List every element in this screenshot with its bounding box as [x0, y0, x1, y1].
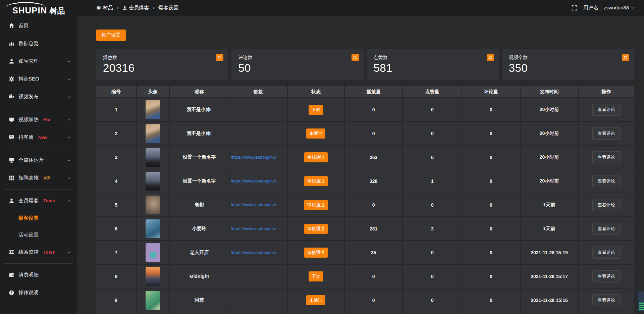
- cell-publish-time: [521, 312, 578, 314]
- avatar[interactable]: [146, 172, 160, 191]
- cell-action: 查看评论: [579, 289, 634, 312]
- avatar[interactable]: [146, 124, 160, 143]
- cell-link: https://www.iesdouyin.c: [229, 169, 287, 193]
- sidebar-item-label: 账号管理: [18, 58, 39, 64]
- fullscreen-icon[interactable]: [572, 5, 577, 11]
- view-comments-button[interactable]: 查看评论: [592, 104, 621, 116]
- avatar[interactable]: [146, 219, 160, 238]
- cell-comments: 0: [462, 169, 520, 193]
- breadcrumb-label: 会员爆客: [129, 5, 149, 11]
- status-badge[interactable]: 下架: [309, 271, 323, 281]
- sidebar-item-video-heat[interactable]: 视频加热Hot: [0, 111, 77, 128]
- cell-status: 未通过: [288, 289, 344, 312]
- stat-card-label: 评论数: [238, 55, 357, 61]
- table-row: 7老人开店https://www.iesdouyin.c审核通过35002021…: [96, 241, 634, 264]
- status-badge[interactable]: 审核通过: [304, 224, 328, 234]
- chevron-down-icon: [67, 136, 71, 140]
- cell-link: https://www.iesdouyin.c: [229, 146, 287, 169]
- nav-divider: [4, 108, 73, 108]
- cell-plays: 263: [345, 146, 402, 169]
- sidebar-subitem-baoke-settings[interactable]: 爆客设置: [0, 210, 77, 226]
- promotion-settings-button[interactable]: 推广设置: [96, 30, 126, 41]
- screen-icon: [9, 117, 14, 122]
- view-comments-button[interactable]: 查看评论: [592, 270, 621, 282]
- table-row: 8Midnight下架0002021-11-28 15:17查看评论: [96, 265, 634, 288]
- cell-nickname: [170, 312, 229, 314]
- stat-card-value: 50: [238, 62, 357, 74]
- status-badge[interactable]: 审核通过: [304, 200, 328, 210]
- view-comments-button[interactable]: 查看评论: [592, 175, 621, 187]
- sidebar-item-clue-monitor[interactable]: 线索监控Tools: [0, 243, 77, 261]
- cell-avatar: [137, 217, 169, 240]
- cell-likes: 0: [403, 265, 462, 288]
- floating-widget[interactable]: [637, 291, 644, 312]
- avatar[interactable]: [146, 196, 160, 214]
- stat-card: 评论数50总: [231, 49, 363, 80]
- stat-card-label: 播放数: [103, 55, 221, 61]
- view-comments-button[interactable]: 查看评论: [592, 223, 621, 235]
- sidebar-item-label: 操作说明: [18, 290, 39, 296]
- video-link[interactable]: https://www.iesdouyin.c: [231, 250, 276, 255]
- stat-card-value: 350: [509, 62, 627, 74]
- avatar[interactable]: [146, 148, 160, 167]
- video-link[interactable]: https://www.iesdouyin.c: [231, 178, 276, 184]
- avatar[interactable]: [146, 291, 160, 310]
- cell-status: 审核通过: [288, 241, 344, 264]
- sidebar-item-member-baoke[interactable]: 会员爆客Tools: [0, 192, 77, 210]
- sidebar-item-operation-guide[interactable]: ?操作说明: [0, 284, 77, 302]
- breadcrumb-item-shupin[interactable]: 树品: [96, 5, 113, 11]
- view-comments-button[interactable]: 查看评论: [592, 247, 621, 259]
- sidebar-item-doukotong[interactable]: 抖客通New: [0, 128, 77, 146]
- status-badge[interactable]: 审核通过: [304, 248, 328, 258]
- table-row: 5老彬https://www.iesdouyin.c审核通过0001天前查看评论: [96, 193, 634, 216]
- sidebar-item-label: 数据总览: [18, 40, 39, 47]
- video-link[interactable]: https://www.iesdouyin.c: [231, 155, 276, 160]
- video-link[interactable]: https://www.iesdouyin.c: [231, 202, 276, 207]
- breadcrumb: 树品>会员爆客>爆客设置: [96, 5, 178, 11]
- sidebar-item-douyin-seo[interactable]: 抖音SEO: [0, 70, 77, 88]
- user-menu[interactable]: 用户名：zswodun88: [583, 5, 635, 11]
- view-comments-button[interactable]: 查看评论: [592, 294, 621, 306]
- cell-action: [579, 312, 634, 314]
- view-comments-button[interactable]: 查看评论: [592, 127, 621, 140]
- sidebar-item-consumption-details[interactable]: 消费明细: [0, 266, 77, 284]
- cell-publish-time: 2021-11-28 15:19: [521, 241, 578, 264]
- cell-comments: 0: [462, 193, 520, 216]
- breadcrumb-item-member-baoke[interactable]: 会员爆客: [122, 5, 149, 11]
- status-badge[interactable]: 审核通过: [304, 176, 328, 186]
- column-header: 状态: [288, 86, 344, 97]
- sidebar-item-home[interactable]: 首页: [0, 17, 77, 35]
- cell-status: 下架: [288, 265, 344, 288]
- nav-divider: [4, 149, 73, 149]
- avatar[interactable]: [146, 243, 160, 262]
- chevron-down-icon: [67, 158, 71, 162]
- chevron-down-icon: [67, 95, 71, 99]
- avatar[interactable]: [146, 267, 160, 286]
- status-badge[interactable]: 审核通过: [304, 152, 328, 162]
- home-icon: [9, 23, 14, 29]
- breadcrumb-item-baoke-settings[interactable]: 爆客设置: [158, 5, 178, 11]
- sidebar-item-data-overview[interactable]: 数据总览: [0, 35, 77, 52]
- status-badge[interactable]: 未通过: [306, 128, 325, 139]
- cell-comments: 0: [462, 122, 520, 145]
- sidebar-item-all-media-operation[interactable]: 全媒体运营: [0, 151, 77, 169]
- sidebar-item-matrix-boost[interactable]: 矩阵助推VIP: [0, 169, 77, 187]
- status-badge[interactable]: 下架: [309, 105, 323, 115]
- video-link[interactable]: https://www.iesdouyin.c: [231, 226, 276, 231]
- view-comments-button[interactable]: 查看评论: [592, 199, 621, 211]
- cell-nickname: 老人开店: [170, 241, 229, 264]
- cell-status: 审核通过: [288, 146, 344, 169]
- cell-likes: 0: [403, 122, 462, 145]
- table-row: 4设置一个新名字https://www.iesdouyin.c审核通过32810…: [96, 169, 634, 193]
- chevron-down-icon: [631, 6, 635, 10]
- cell-status: [288, 312, 344, 314]
- sidebar-item-label: 会员爆客: [18, 198, 39, 204]
- sidebar-item-account-management[interactable]: 账号管理: [0, 52, 77, 70]
- avatar[interactable]: [146, 100, 160, 119]
- sidebar-item-video-publish[interactable]: 视频发布: [0, 88, 77, 106]
- status-badge[interactable]: 未通过: [306, 295, 325, 305]
- column-header: 点赞量: [403, 86, 462, 97]
- sidebar-subitem-activity-settings[interactable]: 活动设置: [0, 226, 77, 243]
- cell-link: https://www.iesdouyin.c: [229, 241, 287, 264]
- view-comments-button[interactable]: 查看评论: [592, 151, 621, 163]
